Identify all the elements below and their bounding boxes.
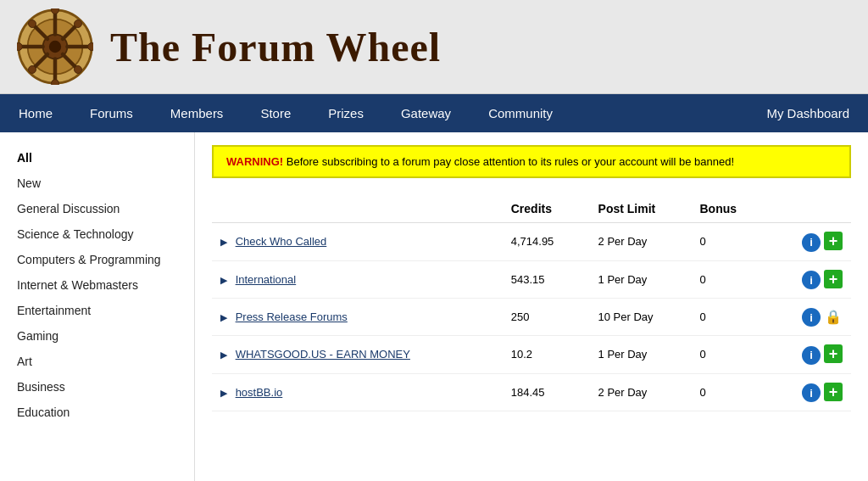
- table-row: ▶ Check Who Called 4,714.95 2 Per Day 0 …: [212, 223, 851, 261]
- play-icon: ▶: [220, 275, 227, 285]
- forum-link[interactable]: hostBB.io: [236, 386, 283, 399]
- svg-point-3: [49, 41, 61, 53]
- col-post-limit: Post Limit: [590, 195, 692, 223]
- bonus-cell: 0: [691, 336, 764, 374]
- nav-gateway[interactable]: Gateway: [382, 94, 470, 132]
- warning-prefix: WARNING!: [226, 155, 283, 168]
- svg-point-19: [29, 66, 36, 74]
- warning-banner: WARNING! Before subscribing to a forum p…: [212, 145, 851, 178]
- sidebar-item-business[interactable]: Business: [0, 374, 194, 400]
- forum-name-cell: ▶ hostBB.io: [212, 373, 503, 411]
- svg-point-12: [52, 8, 59, 14]
- post-limit-cell: 1 Per Day: [590, 336, 692, 374]
- post-limit-cell: 10 Per Day: [590, 299, 692, 336]
- sidebar-item-new[interactable]: New: [0, 171, 194, 196]
- play-icon: ▶: [220, 388, 227, 398]
- col-actions: [764, 195, 851, 223]
- bonus-cell: 0: [691, 373, 764, 411]
- sidebar-item-all[interactable]: All: [0, 145, 194, 171]
- info-button[interactable]: i: [802, 383, 821, 402]
- table-row: ▶ Press Release Forums 250 10 Per Day 0 …: [212, 299, 851, 336]
- site-title: The Forum Wheel: [110, 24, 441, 70]
- sidebar-item-computers[interactable]: Computers & Programming: [0, 247, 194, 272]
- forum-link[interactable]: WHATSGOOD.US - EARN MONEY: [236, 348, 410, 361]
- main-content: All New General Discussion Science & Tec…: [0, 132, 868, 481]
- post-limit-cell: 1 Per Day: [590, 260, 692, 299]
- forum-link[interactable]: Press Release Forums: [236, 310, 348, 323]
- sidebar-item-entertainment[interactable]: Entertainment: [0, 298, 194, 323]
- sidebar-item-general[interactable]: General Discussion: [0, 196, 194, 221]
- forum-link[interactable]: Check Who Called: [236, 235, 327, 248]
- svg-point-18: [75, 20, 82, 28]
- bonus-cell: 0: [691, 223, 764, 261]
- col-bonus: Bonus: [691, 195, 764, 223]
- info-button[interactable]: i: [802, 233, 821, 252]
- credits-cell: 184.45: [503, 373, 590, 411]
- nav-members[interactable]: Members: [152, 94, 242, 132]
- play-icon: ▶: [220, 312, 227, 322]
- table-row: ▶ International 543.15 1 Per Day 0 i+: [212, 260, 851, 299]
- col-credits: Credits: [503, 195, 590, 223]
- info-button[interactable]: i: [802, 308, 821, 327]
- col-forum-name: [212, 195, 503, 223]
- sidebar-item-internet[interactable]: Internet & Webmasters: [0, 272, 194, 298]
- svg-point-15: [88, 43, 93, 51]
- add-button[interactable]: +: [824, 344, 843, 363]
- credits-cell: 4,714.95: [503, 223, 590, 261]
- sidebar-item-art[interactable]: Art: [0, 349, 194, 374]
- nav-community[interactable]: Community: [470, 94, 571, 132]
- add-button[interactable]: +: [824, 232, 843, 250]
- header: The Forum Wheel: [0, 0, 868, 94]
- sidebar-item-science[interactable]: Science & Technology: [0, 221, 194, 247]
- post-limit-cell: 2 Per Day: [590, 223, 692, 261]
- info-button[interactable]: i: [802, 271, 821, 289]
- sidebar-item-education[interactable]: Education: [0, 400, 194, 425]
- svg-point-16: [29, 20, 36, 28]
- add-button[interactable]: +: [824, 270, 843, 288]
- warning-text: Before subscribing to a forum pay close …: [283, 155, 734, 168]
- sidebar-item-gaming[interactable]: Gaming: [0, 323, 194, 349]
- forum-name-cell: ▶ Press Release Forums: [212, 299, 503, 336]
- post-limit-cell: 2 Per Day: [590, 373, 692, 411]
- play-icon: ▶: [220, 237, 227, 247]
- logo-icon: [17, 8, 93, 85]
- nav-forums[interactable]: Forums: [71, 94, 152, 132]
- play-icon: ▶: [220, 350, 227, 360]
- credits-cell: 250: [503, 299, 590, 336]
- svg-point-13: [52, 80, 59, 85]
- actions-cell: i+: [764, 260, 851, 299]
- nav-items: Home Forums Members Store Prizes Gateway…: [0, 94, 748, 132]
- sidebar: All New General Discussion Science & Tec…: [0, 132, 195, 481]
- svg-point-14: [17, 43, 22, 51]
- forum-name-cell: ▶ International: [212, 260, 503, 299]
- table-row: ▶ hostBB.io 184.45 2 Per Day 0 i+: [212, 373, 851, 411]
- actions-cell: i🔒: [764, 299, 851, 336]
- credits-cell: 543.15: [503, 260, 590, 299]
- actions-cell: i+: [764, 223, 851, 261]
- forum-link[interactable]: International: [236, 273, 297, 286]
- forums-table: Credits Post Limit Bonus ▶ Check Who Cal…: [212, 195, 851, 411]
- nav-home[interactable]: Home: [0, 94, 71, 132]
- bonus-cell: 0: [691, 299, 764, 336]
- nav-store[interactable]: Store: [242, 94, 309, 132]
- actions-cell: i+: [764, 373, 851, 411]
- lock-icon: 🔒: [824, 307, 843, 326]
- bonus-cell: 0: [691, 260, 764, 299]
- table-row: ▶ WHATSGOOD.US - EARN MONEY 10.2 1 Per D…: [212, 336, 851, 374]
- nav-dashboard[interactable]: My Dashboard: [748, 94, 868, 132]
- svg-point-17: [75, 66, 82, 74]
- credits-cell: 10.2: [503, 336, 590, 374]
- info-button[interactable]: i: [802, 346, 821, 365]
- forum-name-cell: ▶ WHATSGOOD.US - EARN MONEY: [212, 336, 503, 374]
- nav-prizes[interactable]: Prizes: [309, 94, 382, 132]
- add-button[interactable]: +: [824, 383, 843, 401]
- main-nav: Home Forums Members Store Prizes Gateway…: [0, 94, 868, 132]
- forum-content: WARNING! Before subscribing to a forum p…: [195, 132, 868, 481]
- actions-cell: i+: [764, 336, 851, 374]
- forum-name-cell: ▶ Check Who Called: [212, 223, 503, 261]
